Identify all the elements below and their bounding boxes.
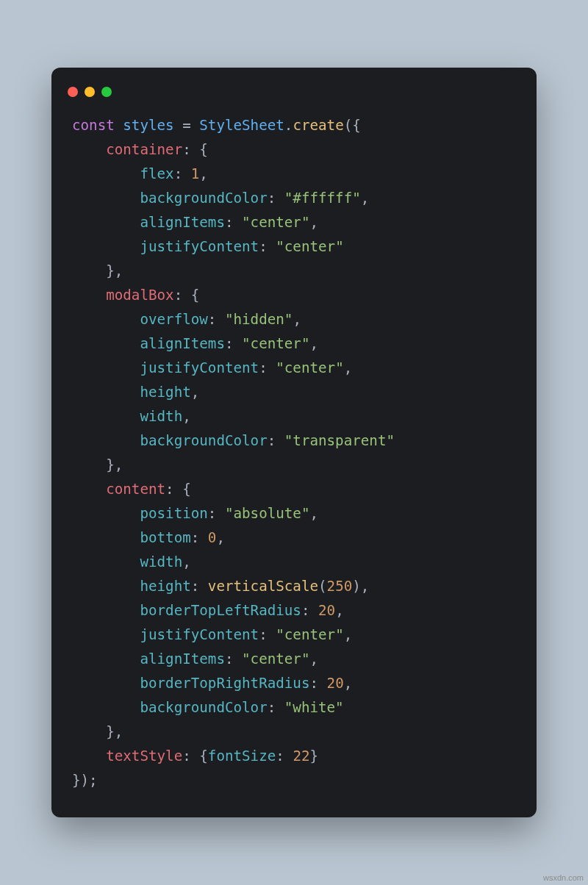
code-token: : <box>191 578 208 595</box>
code-token: }, <box>72 262 123 279</box>
code-token: , <box>344 359 353 376</box>
code-token: bottom <box>140 529 190 546</box>
code-token: 1 <box>191 165 200 182</box>
watermark-text: wsxdn.com <box>543 873 584 882</box>
code-token <box>72 529 140 546</box>
code-token: 22 <box>293 748 309 764</box>
code-token <box>72 311 140 328</box>
code-token: , <box>344 626 353 643</box>
code-token <box>72 141 106 158</box>
window-titlebar <box>51 81 537 113</box>
code-token: : { <box>182 748 208 764</box>
code-token <box>72 359 140 376</box>
code-token: : { <box>174 287 200 304</box>
code-token <box>72 553 140 570</box>
code-token <box>72 651 140 667</box>
code-token <box>72 432 140 449</box>
code-token: : <box>191 529 208 546</box>
code-token: 20 <box>327 675 344 692</box>
code-token <box>72 214 140 231</box>
code-token <box>72 190 140 207</box>
code-token: "absolute" <box>225 505 310 522</box>
code-token: "center" <box>242 214 309 231</box>
code-token: justifyContent <box>140 626 259 643</box>
code-token: }, <box>72 456 123 473</box>
code-token: modalBox <box>106 287 173 304</box>
code-token: "center" <box>276 626 343 643</box>
code-token: : <box>268 432 284 449</box>
code-token <box>72 748 106 764</box>
code-token: justifyContent <box>140 238 259 255</box>
code-token: const <box>72 117 123 134</box>
code-token: ({ <box>344 117 361 134</box>
code-token: backgroundColor <box>140 432 267 449</box>
code-token: justifyContent <box>140 359 259 376</box>
code-token: : <box>301 602 318 619</box>
code-token: : <box>208 505 225 522</box>
code-token: , <box>309 214 318 231</box>
code-token: , <box>361 190 370 207</box>
code-token <box>72 335 140 352</box>
code-token: , <box>293 311 301 328</box>
code-token: , <box>182 408 191 425</box>
code-token: borderTopLeftRadius <box>140 602 301 619</box>
code-token: : <box>268 190 284 207</box>
code-token: }, <box>72 723 123 740</box>
code-block: const styles = StyleSheet.create({ conta… <box>51 113 537 792</box>
code-token: styles <box>123 117 182 134</box>
code-token <box>72 481 106 498</box>
code-token <box>72 505 140 522</box>
code-token: : <box>309 675 326 692</box>
code-token: : <box>174 165 191 182</box>
code-token: position <box>140 505 207 522</box>
code-token: height <box>140 384 190 401</box>
code-token: width <box>140 553 182 570</box>
minimize-icon[interactable] <box>85 87 95 97</box>
code-token: container <box>106 141 182 158</box>
code-token: height <box>140 578 190 595</box>
code-token: , <box>182 553 191 570</box>
code-token: verticalScale <box>208 578 318 595</box>
code-token: : <box>259 626 276 643</box>
code-token: backgroundColor <box>140 190 267 207</box>
code-token: . <box>284 117 293 134</box>
code-token: "white" <box>284 699 344 716</box>
code-token: } <box>309 748 318 764</box>
close-icon[interactable] <box>68 87 78 97</box>
code-token: "center" <box>242 651 309 667</box>
zoom-icon[interactable] <box>101 87 112 97</box>
code-token: , <box>309 651 318 667</box>
code-token <box>72 238 140 255</box>
code-token: , <box>309 335 318 352</box>
code-token <box>72 384 140 401</box>
code-token: overflow <box>140 311 207 328</box>
code-token: }); <box>72 772 98 789</box>
code-token: alignItems <box>140 214 225 231</box>
code-token <box>72 578 140 595</box>
code-token: fontSize <box>208 748 276 764</box>
code-token: : { <box>182 141 208 158</box>
code-token: alignItems <box>140 335 225 352</box>
code-token: , <box>216 529 225 546</box>
code-token: "#ffffff" <box>284 190 361 207</box>
code-token: : <box>259 359 276 376</box>
page-stage: const styles = StyleSheet.create({ conta… <box>0 0 588 885</box>
code-token <box>72 408 140 425</box>
code-token: "center" <box>276 359 343 376</box>
code-token: backgroundColor <box>140 699 267 716</box>
code-token: : <box>225 651 242 667</box>
code-token: , <box>199 165 208 182</box>
code-token: = <box>182 117 199 134</box>
code-token: , <box>335 602 344 619</box>
code-token: "transparent" <box>284 432 395 449</box>
code-token: : <box>268 699 284 716</box>
code-token: : <box>276 748 293 764</box>
code-token: , <box>191 384 200 401</box>
code-token: StyleSheet <box>199 117 284 134</box>
code-token: : <box>225 335 242 352</box>
code-token: create <box>293 117 343 134</box>
code-token: : <box>225 214 242 231</box>
code-token <box>72 675 140 692</box>
code-token: flex <box>140 165 173 182</box>
code-token: "center" <box>242 335 309 352</box>
